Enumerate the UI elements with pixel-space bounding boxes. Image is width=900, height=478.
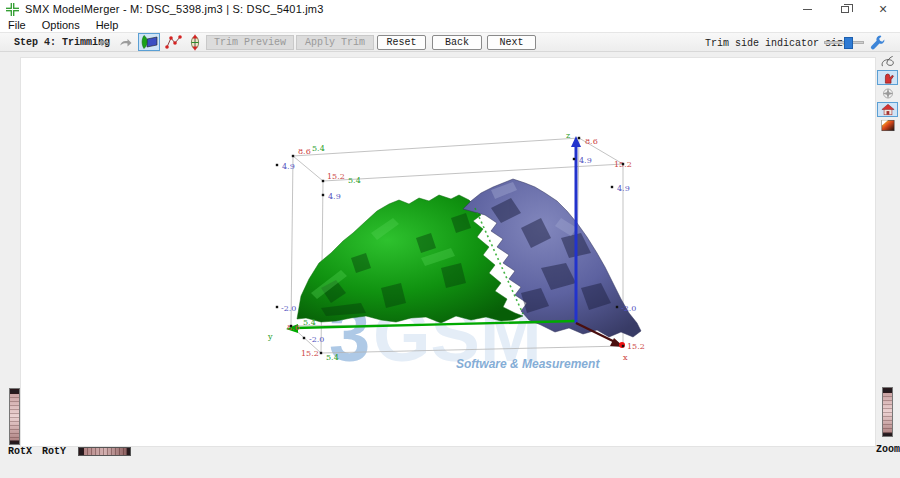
zoom-slider[interactable] [882, 387, 893, 437]
box-corner-dot [276, 306, 278, 308]
axis-value-label: 4.9 [282, 162, 295, 171]
axis-value-label: 8.6 [287, 323, 300, 332]
lasso-select-button[interactable] [877, 54, 898, 69]
box-corner-dot [276, 164, 278, 166]
box-corner-dot [611, 186, 613, 188]
scene-svg: 3 GSM Software & Measurement [21, 58, 877, 448]
menu-options[interactable]: Options [34, 19, 88, 31]
axis-value-label: 15.2 [301, 349, 319, 358]
axis-value-label: z [566, 131, 570, 140]
menu-file[interactable]: File [0, 19, 34, 31]
reset-button[interactable]: Reset [377, 35, 426, 50]
box-corner-dot [320, 352, 322, 354]
next-button[interactable]: Next [487, 35, 536, 50]
axis-value-label: 5.4 [348, 176, 361, 185]
minimize-button[interactable] [796, 1, 818, 17]
axis-value-label: y [267, 332, 273, 341]
axis-value-label: 15.2 [627, 342, 645, 351]
rotx-label: RotX [8, 446, 32, 457]
3d-viewport[interactable]: 3 GSM Software & Measurement [20, 57, 876, 447]
redo-icon[interactable] [117, 34, 135, 50]
color-map-icon [881, 119, 895, 132]
roty-label: RotY [42, 446, 66, 457]
title-bar: SMX ModelMerger - M: DSC_5398.jm3 | S: D… [0, 0, 900, 18]
apply-trim-button[interactable]: Apply Trim [296, 35, 374, 50]
pan-tool-button[interactable] [877, 70, 898, 85]
trim-size-slider-thumb[interactable] [844, 37, 853, 49]
axis-value-label: 5.4 [303, 318, 316, 327]
settings-button[interactable] [868, 34, 886, 51]
render-mode-button[interactable] [877, 118, 898, 133]
menu-help[interactable]: Help [88, 19, 127, 31]
menu-bar: File Options Help [0, 18, 900, 33]
pan-hand-icon [881, 71, 895, 84]
axis-value-label: -2.0 [621, 304, 636, 313]
axis-rotate-tool-button[interactable] [184, 33, 206, 51]
maximize-button[interactable] [834, 1, 856, 17]
compass-icon [881, 87, 895, 100]
watermark-tagline: Software & Measurement [456, 357, 600, 371]
toolbar: Step 4: Trimming Trim Preview Apply Trim… [0, 33, 900, 52]
box-corner-dot [616, 306, 618, 308]
box-corner-dot [622, 345, 624, 347]
rotx-slider[interactable] [9, 388, 20, 445]
axis-value-label: 4.9 [328, 192, 341, 201]
axis-value-label: x [623, 353, 628, 362]
undo-icon[interactable] [95, 34, 113, 50]
box-corner-dot [322, 180, 324, 182]
axis-value-label: -2.0 [281, 304, 296, 313]
app-logo-icon [6, 3, 19, 16]
trim-plane-tool-button[interactable] [138, 33, 160, 51]
box-corner-dot [622, 163, 624, 165]
close-icon: × [879, 1, 887, 17]
lasso-select-icon [880, 55, 896, 68]
axis-value-label: 8.6 [585, 137, 598, 146]
home-icon [881, 103, 895, 116]
wrench-icon [868, 34, 886, 51]
axis-value-label: -2.0 [309, 335, 324, 344]
trim-preview-button[interactable]: Trim Preview [206, 35, 294, 50]
zoom-label: Zoom [876, 444, 900, 455]
close-button[interactable]: × [872, 1, 894, 17]
trim-size-slider[interactable] [824, 41, 864, 44]
box-corner-dot [292, 155, 294, 157]
back-button[interactable]: Back [432, 35, 482, 50]
app-window: { "window": { "title": "SMX ModelMerger … [0, 0, 900, 478]
maximize-icon [841, 6, 849, 13]
polyline-points-icon [165, 34, 182, 50]
box-corner-dot [578, 137, 580, 139]
axis-sphere-icon [187, 34, 203, 51]
polyline-tool-button[interactable] [162, 33, 184, 51]
box-corner-dot [290, 325, 292, 327]
center-view-button[interactable] [877, 86, 898, 101]
axis-value-label: 4.9 [617, 184, 630, 193]
axis-value-label: 5.4 [312, 144, 325, 153]
axis-value-label: 5.4 [326, 353, 339, 362]
box-corner-dot [573, 158, 575, 160]
axis-value-label: 15.2 [327, 172, 345, 181]
axis-value-label: 8.6 [298, 147, 311, 156]
trim-plane-icon [139, 34, 159, 50]
box-corner-dot [303, 337, 305, 339]
view-tool-column [877, 54, 898, 134]
window-title: SMX ModelMerger - M: DSC_5398.jm3 | S: D… [25, 3, 324, 15]
home-view-button[interactable] [877, 102, 898, 117]
minimize-icon [803, 9, 812, 10]
box-corner-dot [322, 194, 324, 196]
roty-slider[interactable] [78, 447, 131, 456]
axis-value-label: 4.9 [579, 156, 592, 165]
